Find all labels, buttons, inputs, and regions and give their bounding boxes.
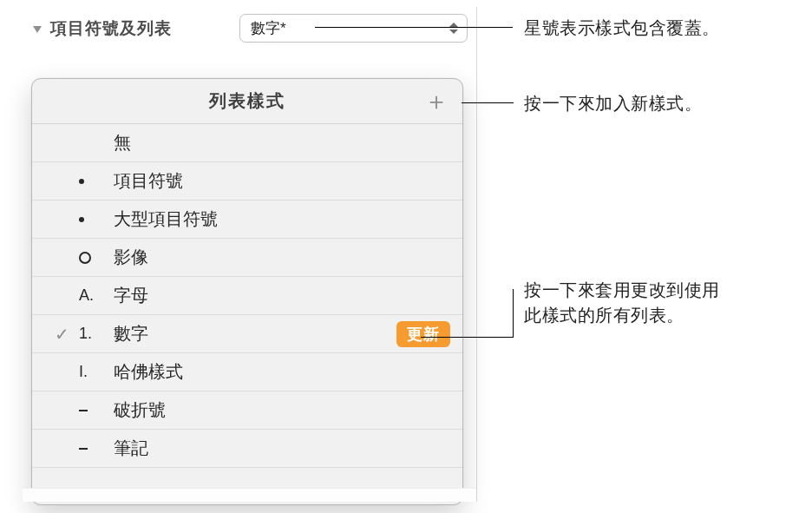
update-style-button[interactable]: 更新 <box>396 321 450 347</box>
style-item-label: 大型項目符號 <box>114 207 218 231</box>
list-marker-icon: I. <box>79 363 114 381</box>
list-marker-icon: 1. <box>79 325 114 343</box>
list-marker-icon <box>79 410 114 411</box>
style-list: 無項目符號大型項目符號影像A.字母✓1.數字更新I.哈佛樣式破折號筆記 <box>32 124 462 468</box>
list-styles-popover: 列表樣式 ＋ 無項目符號大型項目符號影像A.字母✓1.數字更新I.哈佛樣式破折號… <box>31 78 463 505</box>
style-item-label: 字母 <box>114 284 148 307</box>
section-label: 項目符號及列表 <box>50 17 172 40</box>
bullets-lists-header: 項目符號及列表 數字* <box>23 7 476 51</box>
list-style-dropdown[interactable]: 數字* <box>239 14 468 43</box>
style-item-label: 哈佛樣式 <box>114 360 183 384</box>
style-item-label: 破折號 <box>114 398 166 422</box>
plus-icon: ＋ <box>424 85 449 118</box>
callout-line-add <box>462 102 514 103</box>
list-marker-icon <box>79 448 114 450</box>
callout-asterisk: 星號表示樣式包含覆蓋。 <box>524 16 720 41</box>
chevron-up-down-icon <box>449 23 458 34</box>
style-row[interactable]: 筆記 <box>32 430 462 468</box>
style-item-label: 項目符號 <box>114 169 183 193</box>
callout-line-vertical <box>513 289 514 337</box>
style-item-label: 數字 <box>114 322 148 345</box>
callout-add: 按一下來加入新樣式。 <box>524 91 702 116</box>
callout-line-asterisk <box>315 27 513 28</box>
style-row[interactable]: I.哈佛樣式 <box>32 353 462 391</box>
callout-update: 按一下來套用更改到使用 此樣式的所有列表。 <box>524 278 720 328</box>
style-item-label: 影像 <box>114 246 148 269</box>
style-row[interactable]: 大型項目符號 <box>32 201 462 239</box>
style-item-label: 筆記 <box>114 437 148 460</box>
list-marker-icon <box>79 179 114 184</box>
list-marker-icon <box>79 252 114 264</box>
callout-update-line1: 按一下來套用更改到使用 <box>524 278 720 303</box>
add-style-button[interactable]: ＋ <box>422 88 450 115</box>
disclosure-triangle-icon[interactable] <box>33 26 42 33</box>
style-row[interactable]: 項目符號 <box>32 162 462 201</box>
style-row[interactable]: A.字母 <box>32 277 462 315</box>
list-marker-icon <box>79 217 114 222</box>
panel-bottom-toolbar <box>23 488 476 502</box>
style-row[interactable]: 破折號 <box>32 391 462 430</box>
style-item-label: 無 <box>114 131 131 155</box>
callout-update-line2: 此樣式的所有列表。 <box>524 303 720 328</box>
callout-line-horizontal <box>421 337 514 338</box>
checkmark-icon: ✓ <box>44 324 79 345</box>
popover-title: 列表樣式 <box>209 89 285 113</box>
dropdown-selected-value: 數字* <box>251 18 286 38</box>
format-panel: 項目符號及列表 數字* 列表樣式 ＋ 無項目符號大型項目符號影像A.字母✓1.數… <box>23 7 477 502</box>
style-row[interactable]: 影像 <box>32 239 462 277</box>
style-row[interactable]: ✓1.數字更新 <box>32 315 462 353</box>
list-marker-icon: A. <box>79 286 114 305</box>
style-row[interactable]: 無 <box>32 124 462 162</box>
popover-header: 列表樣式 ＋ <box>32 79 462 124</box>
